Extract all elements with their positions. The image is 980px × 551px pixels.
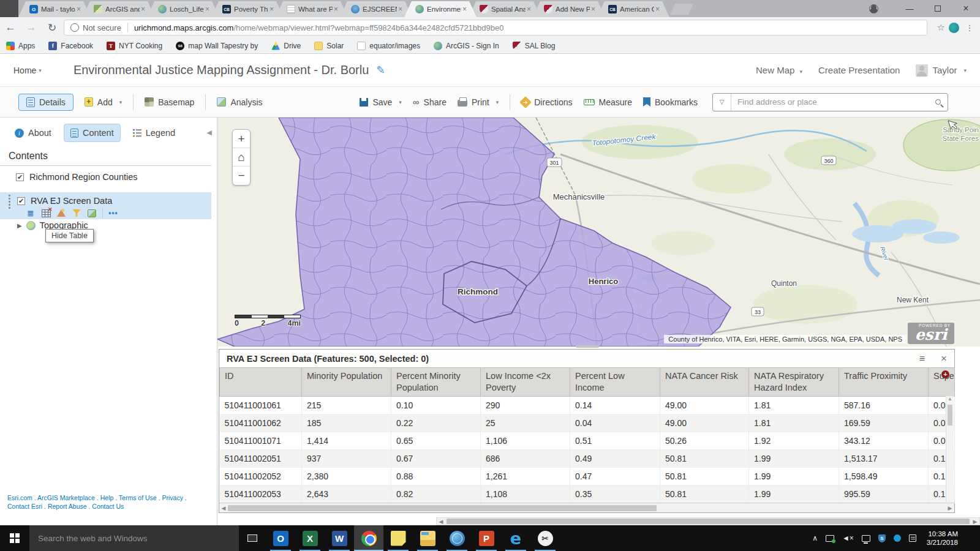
scroll-thumb[interactable] — [447, 519, 970, 524]
search-input[interactable] — [731, 94, 928, 111]
bookmark-item[interactable]: Drive — [271, 42, 301, 50]
taskbar-sticky-notes[interactable] — [383, 525, 413, 551]
back-button[interactable]: ← — [0, 21, 21, 34]
table-row[interactable]: 5104110020519370.676860.4950.811.991,513… — [220, 449, 955, 467]
taskbar-globe-browser[interactable] — [442, 525, 472, 551]
reload-button[interactable]: ↻ — [42, 21, 62, 34]
tab-close-icon[interactable]: × — [655, 5, 660, 13]
taskbar-snipping-tool[interactable] — [530, 525, 560, 551]
details-button[interactable]: Details — [18, 94, 74, 111]
layer-richmond-region-counties[interactable]: ✔ Richmond Region Counties — [16, 172, 138, 182]
table-row[interactable]: 5104110020532,6430.821,1080.3550.811.999… — [220, 485, 955, 503]
bookmark-item[interactable]: equator/images — [357, 42, 420, 50]
column-header[interactable]: Percent Low Income — [570, 368, 660, 396]
search-dropdown-icon[interactable]: ▽ — [713, 94, 731, 111]
tab-close-icon[interactable]: × — [398, 5, 402, 13]
print-button[interactable]: Print▾ — [458, 97, 499, 107]
scroll-right-arrow-icon[interactable]: ▶ — [971, 519, 979, 525]
browser-tab[interactable]: Losch_Life_Exp× — [147, 1, 219, 17]
action-center-icon[interactable] — [909, 534, 916, 542]
column-header[interactable]: Minority Population — [302, 368, 391, 396]
tab-close-icon[interactable]: × — [270, 5, 274, 13]
new-map-menu[interactable]: New Map ▾ — [756, 65, 802, 75]
more-options-icon[interactable]: ••• — [108, 208, 118, 218]
user-menu[interactable]: Taylor ▾ — [916, 64, 967, 77]
tab-close-icon[interactable]: × — [141, 5, 145, 13]
column-header[interactable]: Percent Minority Population — [391, 368, 481, 396]
filter-icon[interactable] — [72, 208, 81, 218]
directions-button[interactable]: Directions — [521, 97, 572, 107]
tab-close-icon[interactable]: × — [527, 5, 531, 13]
map-canvas[interactable]: Totopotomoy Creek Mechanicsville Richmon… — [217, 118, 980, 347]
taskbar-edge[interactable] — [501, 525, 530, 551]
create-presentation-button[interactable]: Create Presentation — [818, 65, 900, 75]
show-legend-icon[interactable]: ≣ — [26, 208, 36, 218]
drag-handle[interactable] — [9, 195, 10, 209]
bookmark-item[interactable]: ArcGIS - Sign In — [434, 42, 499, 50]
add-button[interactable]: Add▾ — [85, 97, 122, 107]
taskbar-excel[interactable] — [295, 525, 325, 551]
measure-button[interactable]: Measure — [584, 97, 632, 107]
tab-about[interactable]: About — [9, 124, 58, 141]
scroll-thumb[interactable] — [948, 405, 952, 425]
tab-close-icon[interactable]: × — [334, 5, 338, 13]
scroll-right-arrow-icon[interactable]: ▶ — [946, 505, 954, 511]
home-menu[interactable]: Home — [13, 66, 36, 75]
collapse-panel-icon[interactable]: ◀ — [207, 129, 212, 137]
taskbar-file-explorer[interactable] — [413, 525, 442, 551]
share-button[interactable]: ∞Share — [413, 97, 447, 107]
s-shield-icon[interactable] — [878, 534, 886, 542]
edit-title-pencil-icon[interactable]: ✎ — [376, 64, 385, 77]
column-header[interactable]: Low Income <2x Poverty — [481, 368, 570, 396]
column-header[interactable]: NATA Respiratory Hazard Index — [749, 368, 839, 396]
zoom-home-button[interactable]: ⌂ — [233, 148, 250, 167]
bookmark-item[interactable]: map Wall Tapestry by — [176, 42, 258, 50]
page-info-icon[interactable] — [70, 23, 79, 32]
address-bar[interactable]: Not secure urichmond.maps.arcgis.com /ho… — [64, 20, 927, 36]
table-vertical-scrollbar[interactable]: ▲ — [946, 396, 954, 501]
taskbar-clock[interactable]: 10:38 AM 3/21/2018 — [927, 530, 958, 547]
tab-close-icon[interactable]: × — [77, 5, 81, 13]
layer-rva-ej-screen-data[interactable]: ✔ RVA EJ Screen Data — [17, 196, 112, 206]
change-style-icon[interactable] — [56, 208, 66, 218]
layer-checkbox[interactable]: ✔ — [17, 197, 25, 205]
layer-checkbox[interactable]: ✔ — [16, 173, 24, 181]
browser-tab[interactable]: EJSCREEN: En× — [340, 1, 412, 17]
browser-tab[interactable]: Spatial Analys× — [469, 1, 541, 17]
browser-profile-icon[interactable] — [869, 4, 878, 13]
taskbar-powerpoint[interactable] — [472, 525, 501, 551]
extension-icon[interactable] — [949, 23, 959, 33]
search-button[interactable] — [928, 94, 948, 111]
browser-tab[interactable]: Poverty Thresh× — [211, 1, 284, 17]
new-tab-button[interactable] — [670, 4, 693, 15]
perform-analysis-icon[interactable] — [87, 208, 97, 218]
bookmark-item[interactable]: SAL Blog — [513, 42, 556, 50]
tab-close-icon[interactable]: × — [462, 5, 467, 13]
column-header[interactable]: ID — [220, 368, 302, 396]
table-close-icon[interactable]: × — [941, 353, 947, 365]
start-button[interactable] — [0, 525, 29, 551]
table-horizontal-scrollbar[interactable]: ◀ ▶ — [219, 503, 954, 512]
table-resize-handle[interactable] — [576, 345, 599, 348]
tray-chevron-up-icon[interactable]: ∧ — [812, 534, 818, 542]
window-minimize-button[interactable]: — — [895, 0, 924, 17]
task-view-button[interactable] — [239, 525, 266, 551]
scroll-thumb[interactable] — [228, 505, 657, 511]
column-header[interactable]: Traffic Proximity — [839, 368, 929, 396]
table-row[interactable]: 5104110020522,3800.881,2610.4750.811.991… — [220, 467, 955, 485]
bookmark-star-icon[interactable]: ☆ — [937, 22, 945, 33]
browser-tab[interactable]: Add New Pag× — [533, 1, 605, 17]
window-close-button[interactable]: × — [952, 0, 980, 17]
bookmarks-button[interactable]: Bookmarks — [643, 97, 698, 107]
table-row[interactable]: 5104110010612150.102900.1449.001.81587.1… — [220, 396, 955, 414]
hide-table-icon[interactable] — [41, 208, 51, 218]
bookmark-item[interactable]: NYT Cooking — [107, 42, 162, 50]
bookmark-item[interactable]: Facebook — [48, 42, 93, 50]
zoom-out-button[interactable]: − — [233, 167, 250, 185]
tab-legend[interactable]: Legend — [127, 124, 181, 141]
table-row[interactable]: 5104110010621850.22250.0449.001.81169.59… — [220, 414, 955, 432]
table-row[interactable]: 5104110010711,4140.651,1060.5150.261.923… — [220, 432, 955, 449]
taskbar-search-box[interactable]: Search the web and Windows — [29, 525, 239, 551]
expand-arrow-icon[interactable]: ▶ — [17, 222, 22, 229]
bookmark-item[interactable]: Solar — [314, 42, 344, 50]
